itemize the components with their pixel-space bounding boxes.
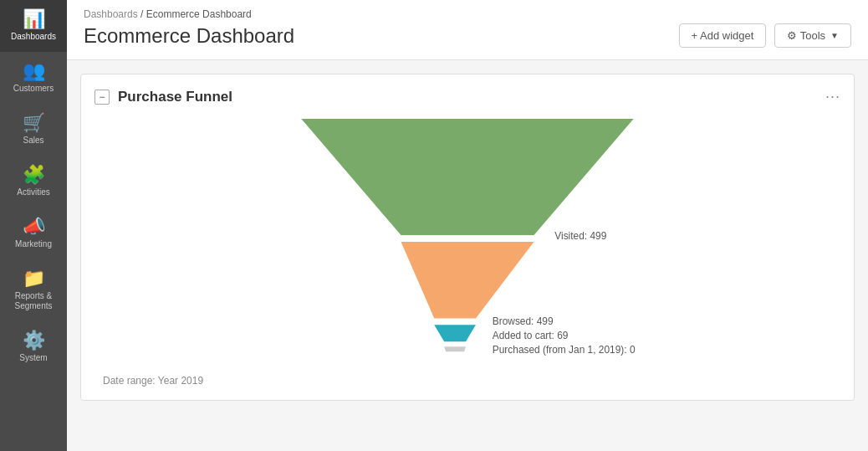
activities-icon: 🧩 — [23, 166, 45, 184]
sidebar-item-label: Activities — [17, 187, 49, 197]
sidebar-item-reports[interactable]: 📁 Reports &Segments — [0, 259, 67, 321]
sidebar-item-customers[interactable]: 👥 Customers — [0, 52, 67, 104]
funnel-svg: Visited: 499 Browsed: 499 Added to cart:… — [175, 119, 760, 368]
sidebar-item-label: Marketing — [15, 239, 52, 249]
sidebar-item-marketing[interactable]: 📣 Marketing — [0, 208, 67, 259]
sidebar-item-label: Sales — [23, 136, 43, 146]
main-content: Dashboards / Ecommerce Dashboard Ecommer… — [67, 0, 868, 451]
breadcrumb-parent[interactable]: Dashboards — [84, 8, 138, 20]
dashboards-icon: 📊 — [23, 10, 45, 28]
page-header: Dashboards / Ecommerce Dashboard Ecommer… — [67, 0, 868, 60]
sidebar-item-activities[interactable]: 🧩 Activities — [0, 156, 67, 208]
dashboard-content: − Purchase Funnel ··· Visited: 4 — [67, 60, 868, 451]
breadcrumb-current: Ecommerce Dashboard — [146, 8, 252, 20]
visited-segment — [301, 119, 633, 235]
add-widget-button[interactable]: + Add widget — [679, 23, 767, 48]
browsed-label: Browsed: 499 — [493, 315, 554, 327]
collapse-icon[interactable]: − — [94, 90, 110, 105]
funnel-chart: Visited: 499 Browsed: 499 Added to cart:… — [94, 119, 840, 387]
tools-label: ⚙ Tools — [787, 29, 825, 42]
customers-icon: 👥 — [23, 62, 45, 80]
header-buttons: + Add widget ⚙ Tools ▼ — [679, 23, 851, 48]
sidebar-item-label: System — [19, 353, 47, 363]
chevron-down-icon: ▼ — [830, 31, 839, 40]
purchased-label: Purchased (from Jan 1, 2019): 0 — [493, 344, 636, 356]
system-icon: ⚙️ — [23, 331, 45, 350]
purchased-segment — [444, 346, 466, 351]
widget-title-row: − Purchase Funnel — [94, 89, 232, 105]
marketing-icon: 📣 — [23, 218, 45, 236]
widget-header: − Purchase Funnel ··· — [94, 88, 840, 105]
date-range: Date range: Year 2019 — [94, 375, 840, 387]
sidebar-item-label: Dashboards — [11, 32, 56, 42]
sidebar-item-sales[interactable]: 🛒 Sales — [0, 104, 67, 156]
breadcrumb: Dashboards / Ecommerce Dashboard — [84, 8, 851, 20]
widget-menu-button[interactable]: ··· — [825, 88, 840, 105]
cart-label: Added to cart: 69 — [493, 330, 569, 341]
widget-title: Purchase Funnel — [118, 89, 232, 105]
purchase-funnel-widget: − Purchase Funnel ··· Visited: 4 — [80, 74, 855, 401]
cart-segment — [434, 325, 476, 341]
page-title: Ecommerce Dashboard — [84, 24, 294, 48]
sidebar-item-label: Customers — [13, 84, 54, 94]
sales-icon: 🛒 — [23, 114, 45, 132]
browsed-segment — [401, 242, 534, 318]
visited-label: Visited: 499 — [554, 230, 606, 242]
sidebar-item-system[interactable]: ⚙️ System — [0, 321, 67, 373]
reports-icon: 📁 — [23, 269, 45, 288]
tools-button[interactable]: ⚙ Tools ▼ — [774, 23, 851, 48]
sidebar-item-label: Reports &Segments — [14, 291, 52, 311]
header-row: Ecommerce Dashboard + Add widget ⚙ Tools… — [84, 23, 851, 48]
sidebar: 📊 Dashboards 👥 Customers 🛒 Sales 🧩 Activ… — [0, 0, 67, 451]
sidebar-item-dashboards[interactable]: 📊 Dashboards — [0, 0, 67, 52]
